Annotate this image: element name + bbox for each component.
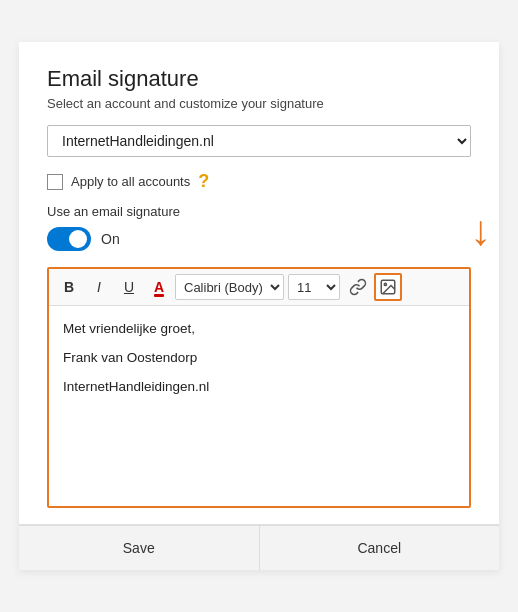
signature-toggle[interactable] [47,227,91,251]
bold-button[interactable]: B [55,273,83,301]
signature-line-3: InternetHandleidingen.nl [63,376,455,399]
toggle-row: On [47,227,471,251]
account-select[interactable]: InternetHandleidingen.nl [47,125,471,157]
orange-arrow-icon: ↓ [470,207,491,255]
page-title: Email signature [47,66,471,92]
apply-all-checkbox[interactable] [47,174,63,190]
editor-wrapper: B I U A Calibri (Body) 11 8 9 10 12 14 [47,267,471,508]
svg-point-1 [384,283,386,285]
footer-buttons: Save Cancel [19,524,499,570]
arrow-annotation: ↓ B I U A Calibri (Body) 11 8 9 10 12 14 [47,267,471,508]
link-button[interactable] [344,273,372,301]
font-size-select[interactable]: 11 8 9 10 12 14 [288,274,340,300]
use-signature-label: Use an email signature [47,204,471,219]
signature-line-1: Met vriendelijke groet, [63,318,455,341]
italic-button[interactable]: I [85,273,113,301]
signature-editor[interactable]: Met vriendelijke groet, Frank van Oosten… [49,306,469,506]
apply-all-row: Apply to all accounts ? [47,171,471,192]
image-icon [379,278,397,296]
toggle-label: On [101,231,120,247]
apply-all-label: Apply to all accounts [71,174,190,189]
signature-line-2: Frank van Oostendorp [63,347,455,370]
font-name-select[interactable]: Calibri (Body) [175,274,284,300]
underline-button[interactable]: U [115,273,143,301]
help-icon[interactable]: ? [198,171,209,192]
insert-image-button[interactable] [374,273,402,301]
subtitle: Select an account and customize your sig… [47,96,471,111]
formatting-toolbar: B I U A Calibri (Body) 11 8 9 10 12 14 [49,269,469,306]
save-button[interactable]: Save [19,525,259,570]
font-color-button[interactable]: A [145,273,173,301]
link-icon [349,278,367,296]
cancel-button[interactable]: Cancel [259,525,500,570]
